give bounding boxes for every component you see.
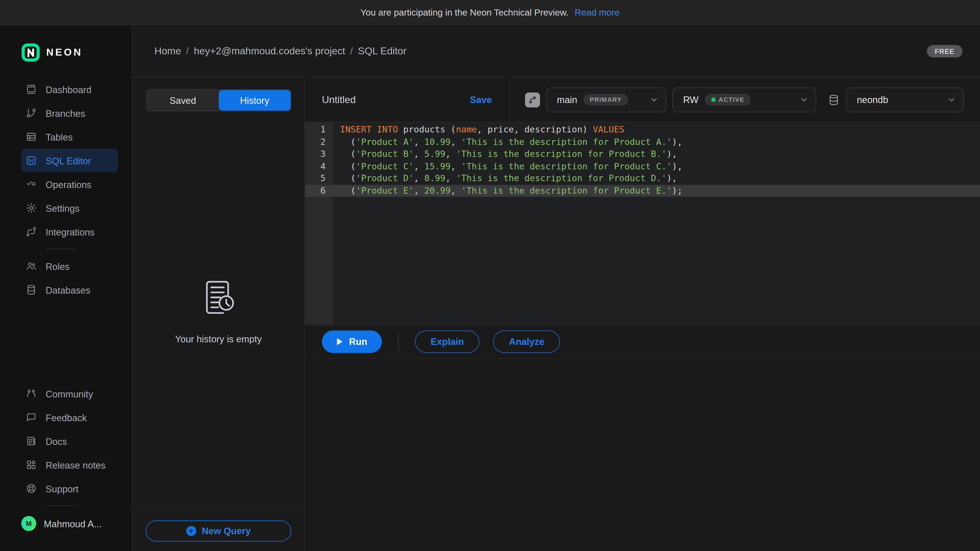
logo-wordmark: NEON xyxy=(46,47,83,58)
neon-logo[interactable]: NEON xyxy=(21,43,132,62)
avatar: M xyxy=(21,516,36,531)
breadcrumb-current-page: SQL Editor xyxy=(358,45,407,57)
sidebar-item-label: Tables xyxy=(46,132,73,142)
sidebar-item-release-notes[interactable]: Release notes xyxy=(21,453,118,477)
chevron-down-icon xyxy=(948,96,956,104)
active-badge: ACTIVE xyxy=(705,94,751,106)
history-empty-icon xyxy=(199,277,239,317)
git-branch-icon xyxy=(25,107,37,119)
results-area xyxy=(305,359,980,551)
code-line-text: ('Product E', 20.99, 'This is the descri… xyxy=(334,185,682,197)
sidebar-item-label: Databases xyxy=(46,285,91,295)
sidebar-item-label: Branches xyxy=(46,108,85,118)
line-number: 1 xyxy=(305,124,334,136)
analyze-button[interactable]: Analyze xyxy=(493,330,560,353)
sidebar-footer: Community Feedback Docs Release notes xyxy=(0,382,132,536)
editor-actions: Run Explain Analyze xyxy=(305,325,980,359)
history-empty-message: Your history is empty xyxy=(175,333,262,344)
sidebar-item-tables[interactable]: Tables xyxy=(21,125,118,149)
read-more-link[interactable]: Read more xyxy=(575,7,620,17)
sidebar: NEON Dashboard Branches Tables SQL Edi xyxy=(0,25,132,551)
editor-header: Untitled Save main PRIMARY xyxy=(305,78,980,122)
sidebar-item-roles[interactable]: Roles xyxy=(21,254,118,278)
sidebar-item-feedback[interactable]: Feedback xyxy=(21,405,118,429)
sidebar-item-label: Docs xyxy=(46,436,67,446)
history-empty-state: Your history is empty xyxy=(132,111,304,510)
query-title[interactable]: Untitled xyxy=(322,94,356,105)
code-line[interactable]: 6 ('Product E', 20.99, 'This is the desc… xyxy=(305,185,980,197)
speech-bubble-icon xyxy=(25,412,37,423)
sidebar-item-integrations[interactable]: Integrations xyxy=(21,220,118,244)
code-line[interactable]: 5 ('Product D', 8.99, 'This is the descr… xyxy=(305,172,980,185)
sidebar-item-community[interactable]: Community xyxy=(21,382,118,405)
sidebar-item-settings[interactable]: Settings xyxy=(21,196,118,220)
terminal-icon xyxy=(25,155,37,166)
code-line[interactable]: 1INSERT INTO products (name, price, desc… xyxy=(305,124,980,136)
dashboard-icon xyxy=(25,84,37,95)
code-line-text: ('Product D', 8.99, 'This is the descrip… xyxy=(334,172,677,185)
play-icon xyxy=(337,338,344,345)
chevron-down-icon xyxy=(800,96,808,104)
connection-selectors: main PRIMARY RW ACTIVE xyxy=(510,78,980,122)
neon-console: You are participating in the Neon Techni… xyxy=(0,0,980,551)
sidebar-item-support[interactable]: Support xyxy=(21,477,118,500)
table-icon xyxy=(25,131,37,142)
release-notes-icon xyxy=(25,459,37,470)
saved-history-tabs: Saved History xyxy=(146,89,291,111)
sidebar-item-label: Dashboard xyxy=(46,84,92,95)
breadcrumb-separator: / xyxy=(186,45,189,57)
document-icon xyxy=(25,435,37,447)
code-line-text: ('Product B', 5.99, 'This is the descrip… xyxy=(334,148,677,160)
sidebar-item-operations[interactable]: Operations xyxy=(21,172,118,196)
breadcrumb: Home / hey+2@mahmoud.codes's project / S… xyxy=(154,45,407,57)
tab-saved[interactable]: Saved xyxy=(147,90,219,111)
sidebar-item-databases[interactable]: Databases xyxy=(21,278,118,302)
breadcrumb-home[interactable]: Home xyxy=(154,45,181,57)
plan-badge: FREE xyxy=(927,44,963,57)
sidebar-item-label: Settings xyxy=(46,203,80,213)
sidebar-item-branches[interactable]: Branches xyxy=(21,101,118,125)
sidebar-item-sql-editor[interactable]: SQL Editor xyxy=(21,149,118,172)
code-line-text: ('Product A', 10.99, 'This is the descri… xyxy=(334,136,682,148)
sidebar-item-label: Operations xyxy=(46,179,92,190)
sidebar-item-dashboard[interactable]: Dashboard xyxy=(21,78,118,101)
workflow-icon xyxy=(25,226,37,238)
user-menu[interactable]: M Mahmoud A... xyxy=(21,511,118,536)
run-button[interactable]: Run xyxy=(322,330,382,353)
code-line[interactable]: 2 ('Product A', 10.99, 'This is the desc… xyxy=(305,136,980,148)
code-editor[interactable]: 1INSERT INTO products (name, price, desc… xyxy=(305,122,980,325)
history-panel: Saved History xyxy=(132,78,305,551)
new-query-button[interactable]: + New Query xyxy=(146,520,291,541)
compute-endpoint-selector[interactable]: RW ACTIVE xyxy=(673,87,816,112)
tab-history[interactable]: History xyxy=(219,90,291,111)
line-number: 4 xyxy=(305,160,334,172)
sql-editor-panel: Untitled Save main PRIMARY xyxy=(305,78,980,551)
history-footer: + New Query xyxy=(132,510,304,551)
query-title-box: Untitled Save xyxy=(305,78,510,122)
checklist-icon xyxy=(25,179,37,190)
explain-button[interactable]: Explain xyxy=(415,330,479,353)
sidebar-item-label: Community xyxy=(46,388,93,399)
sidebar-item-label: Release notes xyxy=(46,459,106,470)
branch-selector[interactable]: main PRIMARY xyxy=(546,87,666,112)
actions-divider xyxy=(398,332,399,351)
save-button[interactable]: Save xyxy=(470,94,492,105)
branch-icon-button[interactable] xyxy=(525,92,540,107)
neon-logo-icon xyxy=(21,43,40,62)
sidebar-item-docs[interactable]: Docs xyxy=(21,429,118,453)
plus-circle-icon: + xyxy=(186,526,196,536)
breadcrumb-separator: / xyxy=(350,45,353,57)
compute-endpoint-name: RW xyxy=(683,94,699,105)
primary-badge: PRIMARY xyxy=(584,94,628,106)
code-line[interactable]: 3 ('Product B', 5.99, 'This is the descr… xyxy=(305,148,980,160)
breadcrumb-project[interactable]: hey+2@mahmoud.codes's project xyxy=(194,45,345,57)
line-number: 3 xyxy=(305,148,334,160)
code-line[interactable]: 4 ('Product C', 15.99, 'This is the desc… xyxy=(305,160,980,172)
database-selector[interactable]: neondb xyxy=(846,87,964,112)
technical-preview-banner: You are participating in the Neon Techni… xyxy=(0,0,980,25)
sidebar-item-label: Roles xyxy=(46,261,70,272)
topbar: Home / hey+2@mahmoud.codes's project / S… xyxy=(132,25,980,78)
users-icon xyxy=(25,260,37,272)
line-number: 6 xyxy=(305,185,334,197)
branch-name: main xyxy=(557,94,577,105)
